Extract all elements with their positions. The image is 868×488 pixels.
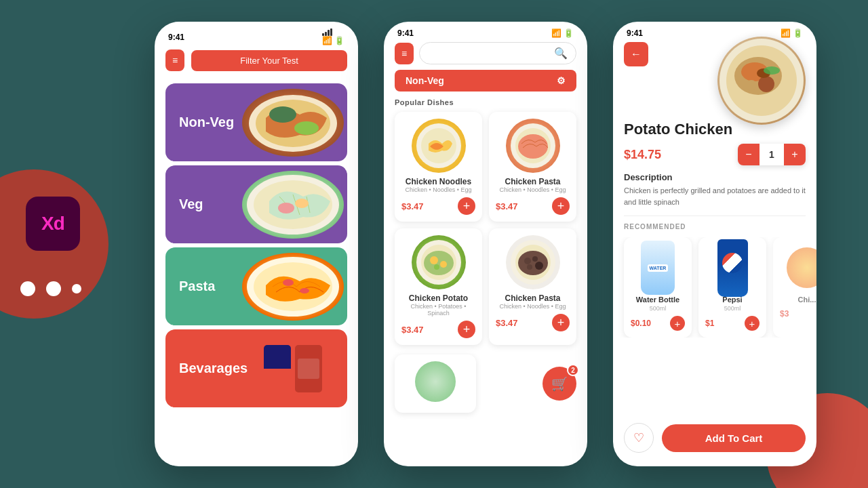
category-card-pasta[interactable]: Pasta: [165, 247, 347, 325]
price-qty-row: $14.75 − 1 +: [613, 141, 816, 172]
time-2: 9:41: [397, 28, 414, 38]
rec-name-2: Chi...: [798, 296, 816, 304]
qty-increase-button[interactable]: +: [784, 144, 806, 165]
filter-icon: ⚙: [557, 75, 566, 86]
category-label-veg: Veg: [165, 197, 203, 212]
rec-add-button-0[interactable]: +: [670, 316, 685, 331]
xd-icon: Xd: [26, 197, 80, 251]
category-food-image-veg: [242, 171, 344, 239]
description-title: Description: [624, 172, 806, 182]
svg-point-19: [518, 134, 548, 159]
dot-3: [72, 284, 81, 293]
phone-1: 9:41 📶 🔋 ≡ Filter Your Test Non-Veg Veg: [155, 22, 358, 466]
dish-sub-1: Chicken • Noodles • Egg: [500, 186, 566, 193]
svg-point-32: [527, 264, 532, 270]
svg-point-28: [518, 251, 548, 275]
rec-price-row-2: $3: [780, 309, 816, 319]
back-button[interactable]: ←: [624, 42, 648, 66]
add-button-1[interactable]: +: [552, 197, 570, 215]
status-bar-3: 9:41 📶 🔋: [613, 22, 816, 42]
main-dish-image: [717, 37, 806, 125]
cart-button[interactable]: 🛒 2: [542, 367, 576, 401]
popular-dishes-label: Popular Dishes: [384, 98, 587, 112]
divider: [624, 216, 806, 216]
dish-card-1[interactable]: Chicken Pasta Chicken • Noodles • Egg $3…: [489, 112, 576, 222]
add-button-3[interactable]: +: [552, 314, 570, 331]
svg-point-23: [430, 256, 438, 264]
svg-point-10: [295, 199, 309, 208]
rec-sub-0: 500ml: [650, 305, 667, 312]
time-1: 9:41: [168, 33, 184, 42]
recommended-row: WATER Water Bottle 500ml $0.10 + Pepsi 5…: [613, 237, 816, 338]
dish-name-3: Chicken Pasta: [505, 293, 560, 303]
rec-card-1[interactable]: Pepsi 500ml $1 +: [698, 237, 766, 338]
category-food-image-non-veg: [242, 89, 344, 157]
svg-point-14: [300, 288, 309, 293]
water-bottle-img: WATER: [641, 241, 675, 295]
svg-point-3: [294, 121, 319, 135]
dish-price-0: $3.47: [401, 201, 424, 211]
dishes-grid: Chicken Noodles Chicken • Noodles • Egg …: [384, 112, 587, 345]
rec-price-row-1: $1 +: [705, 316, 760, 331]
phone-3: 9:41 📶 🔋 ← Potato Chicken $14.75: [613, 22, 816, 466]
dish-detail-name: Potato Chicken: [613, 114, 816, 141]
dish-card-0[interactable]: Chicken Noodles Chicken • Noodles • Egg …: [395, 112, 482, 222]
signals-3: 📶 🔋: [781, 28, 803, 38]
search-row: ≡ 🔍: [384, 42, 587, 70]
quantity-control: − 1 +: [738, 144, 806, 165]
add-button-2[interactable]: +: [458, 321, 475, 338]
dish-price-1: $3.47: [496, 201, 518, 211]
partial-food-img: [787, 247, 816, 288]
rec-card-0[interactable]: WATER Water Bottle 500ml $0.10 +: [624, 237, 692, 338]
add-button-0[interactable]: +: [458, 197, 475, 215]
heart-icon: ♡: [633, 430, 644, 445]
category-label-pasta: Pasta: [165, 279, 215, 294]
dish-name-1: Chicken Pasta: [505, 177, 560, 186]
rec-card-2[interactable]: Chi... $3: [773, 237, 816, 338]
back-icon: ←: [631, 48, 642, 60]
filter-label: Non-Veg: [406, 75, 444, 86]
dish-name-2: Chicken Potato: [409, 293, 468, 303]
svg-point-24: [440, 261, 447, 268]
time-3: 9:41: [627, 28, 643, 38]
dish-sub-3: Chicken • Noodles • Egg: [500, 303, 566, 310]
category-food-image-beverages: [242, 335, 344, 403]
rec-add-button-1[interactable]: +: [745, 316, 760, 331]
svg-point-25: [434, 264, 439, 270]
dish-price-row-0: $3.47 +: [401, 197, 475, 215]
rec-price-0: $0.10: [631, 319, 651, 328]
xd-icon-label: Xd: [41, 213, 64, 235]
svg-point-2: [269, 106, 296, 123]
cocacola-can: [295, 345, 322, 392]
dot-2: [46, 281, 61, 296]
signals-1: 📶 🔋: [322, 28, 344, 45]
dish-card-2[interactable]: Chicken Potato Chicken • Potatoes • Spin…: [395, 228, 482, 345]
svg-point-29: [524, 258, 531, 264]
description-text: Chicken is perfectly grilled and potatoe…: [624, 185, 806, 207]
dish-image-3: [506, 235, 560, 289]
bottom-actions: ♡ Add To Cart: [613, 423, 816, 453]
category-card-veg[interactable]: Veg: [165, 165, 347, 243]
filter-bar[interactable]: Non-Veg ⚙: [395, 70, 576, 92]
svg-point-22: [424, 251, 454, 275]
dish-name-0: Chicken Noodles: [406, 177, 471, 186]
phone-2: 9:41 📶 🔋 ≡ 🔍 Non-Veg ⚙ Popular Dishes Ch…: [384, 22, 587, 466]
add-to-cart-button[interactable]: Add To Cart: [662, 424, 806, 452]
filter-button-1[interactable]: Filter Your Test: [191, 50, 347, 71]
dish-sub-0: Chicken • Noodles • Egg: [406, 186, 472, 193]
header-1: ≡ Filter Your Test: [155, 49, 358, 79]
category-card-non-veg[interactable]: Non-Veg: [165, 83, 347, 161]
category-card-beverages[interactable]: Bevarages: [165, 329, 347, 407]
qty-decrease-button[interactable]: −: [738, 144, 760, 165]
category-food-image-pasta: [242, 253, 344, 321]
dish-card-3[interactable]: Chicken Pasta Chicken • Noodles • Egg $3…: [489, 228, 576, 345]
search-bar[interactable]: 🔍: [419, 42, 576, 64]
favorite-button[interactable]: ♡: [624, 423, 654, 453]
dish-card-partial[interactable]: [395, 354, 476, 413]
dish-image-1: [506, 119, 560, 173]
rec-price-1: $1: [705, 319, 714, 328]
rec-name-1: Pepsi: [722, 296, 742, 304]
menu-button-2[interactable]: ≡: [395, 43, 414, 64]
menu-button-1[interactable]: ≡: [165, 49, 184, 71]
svg-point-31: [535, 262, 543, 270]
